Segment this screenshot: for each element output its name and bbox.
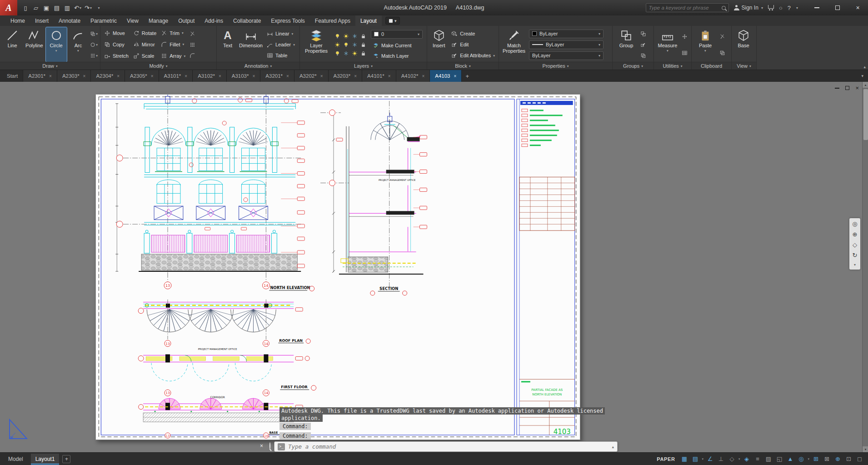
file-tab-a3101[interactable]: A3101*× bbox=[159, 70, 193, 82]
linear-button[interactable]: Linear▾ bbox=[265, 30, 297, 37]
polyline-button[interactable]: Polyline bbox=[24, 27, 45, 62]
model-tab[interactable]: Model bbox=[4, 454, 28, 465]
file-tab-a2303[interactable]: A2303*× bbox=[57, 70, 91, 82]
new-file-button[interactable]: ▯ bbox=[21, 3, 30, 13]
layer-merge-icon[interactable] bbox=[360, 50, 366, 56]
ungroup-button[interactable] bbox=[639, 30, 647, 37]
layer-unisolate-icon[interactable] bbox=[343, 42, 349, 48]
layer-dropdown[interactable]: 0▾ bbox=[371, 30, 423, 39]
command-search-icon[interactable] bbox=[269, 442, 270, 450]
full-navigation-wheel-icon[interactable]: ◎ bbox=[852, 221, 857, 227]
close-tab-icon[interactable]: × bbox=[151, 74, 154, 79]
fillet-button[interactable]: Fillet▾ bbox=[159, 39, 187, 50]
base-button[interactable]: Base bbox=[733, 27, 753, 62]
text-button[interactable]: AText bbox=[219, 27, 237, 62]
close-tab-icon[interactable]: × bbox=[422, 74, 424, 79]
sign-in-button[interactable]: Sign In ▾ bbox=[734, 5, 763, 11]
doc-close-icon[interactable]: × bbox=[855, 85, 859, 91]
layout1-tab[interactable]: Layout1 bbox=[31, 454, 60, 465]
stretch-button[interactable]: Stretch bbox=[102, 50, 130, 62]
ribbon-collapse-icon[interactable]: ▴ bbox=[863, 65, 866, 69]
close-tab-icon[interactable]: × bbox=[117, 74, 120, 79]
panel-view-label[interactable]: View▾ bbox=[732, 62, 756, 70]
panel-block-label[interactable]: Block▾ bbox=[427, 62, 499, 70]
grid-display-icon[interactable]: ▦ bbox=[679, 455, 689, 464]
file-tab-start[interactable]: Start bbox=[2, 70, 23, 82]
command-expand-icon[interactable]: ▴ bbox=[612, 445, 614, 449]
copy-button[interactable]: Copy bbox=[102, 39, 130, 50]
erase-button[interactable] bbox=[189, 30, 196, 37]
qat-customize-button[interactable]: ▾ bbox=[94, 3, 103, 13]
file-tab-a4102[interactable]: A4102*× bbox=[396, 70, 430, 82]
linetype-dropdown[interactable]: ByLayer▾ bbox=[529, 51, 604, 60]
autodesk-account-icon[interactable]: ○ bbox=[779, 5, 783, 11]
isometric-drafting-icon[interactable]: ◇ bbox=[727, 455, 737, 464]
new-layout-button[interactable]: + bbox=[62, 455, 70, 463]
panel-clipboard-label[interactable]: Clipboard bbox=[692, 62, 731, 70]
close-button[interactable]: × bbox=[848, 0, 868, 15]
panel-annotation-label[interactable]: Annotation▾ bbox=[217, 62, 299, 70]
trim-button[interactable]: Trim▾ bbox=[159, 27, 187, 39]
scroll-down-icon[interactable]: ▾ bbox=[863, 446, 868, 452]
help-search-input[interactable] bbox=[649, 5, 719, 10]
file-tab-a2304[interactable]: A2304*× bbox=[91, 70, 125, 82]
file-tab-a2305[interactable]: A2305*× bbox=[125, 70, 159, 82]
make-current-button[interactable]: Make Current bbox=[371, 42, 423, 49]
orbit-icon[interactable]: ↻ bbox=[853, 252, 858, 258]
close-tab-icon[interactable]: × bbox=[286, 74, 289, 79]
new-drawing-tab-button[interactable]: + bbox=[462, 70, 473, 82]
close-tab-icon[interactable]: × bbox=[83, 74, 86, 79]
panel-properties-label[interactable]: Properties▾ bbox=[499, 62, 612, 70]
table-button[interactable]: Table bbox=[265, 52, 297, 59]
leader-button[interactable]: Leader▾ bbox=[265, 41, 297, 48]
lock-ui-icon[interactable]: ⊠ bbox=[822, 455, 832, 464]
polar-tracking-icon[interactable]: ∠ bbox=[705, 455, 715, 464]
layer-vpfreeze-icon[interactable] bbox=[343, 50, 349, 56]
minimize-button[interactable] bbox=[807, 0, 827, 15]
layer-properties-button[interactable]: Layer Properties bbox=[302, 27, 331, 62]
file-tab-a3201[interactable]: A3201*× bbox=[260, 70, 294, 82]
redo-button[interactable]: ↷▾ bbox=[84, 3, 93, 13]
undo-button[interactable]: ↶▾ bbox=[73, 3, 82, 13]
match-properties-button[interactable]: Match Properties bbox=[501, 27, 527, 62]
file-tab-a2301[interactable]: A2301*× bbox=[23, 70, 57, 82]
annotation-scale-icon[interactable]: ◎ bbox=[796, 455, 806, 464]
move-button[interactable]: Move bbox=[102, 27, 130, 39]
paste-button[interactable]: Paste▾ bbox=[693, 27, 717, 62]
close-tab-icon[interactable]: × bbox=[219, 74, 221, 79]
arc-button[interactable]: Arc▾ bbox=[68, 27, 89, 62]
close-tab-icon[interactable]: × bbox=[253, 74, 255, 79]
layer-thaw-icon[interactable] bbox=[343, 33, 349, 39]
caret-down-icon[interactable]: ▾ bbox=[702, 457, 703, 461]
clean-screen-icon[interactable]: ◻ bbox=[855, 455, 864, 464]
snap-mode-icon[interactable]: ▤ bbox=[690, 455, 700, 464]
file-tab-a3203[interactable]: A3203*× bbox=[329, 70, 363, 82]
panel-utilities-label[interactable]: Utilities▾ bbox=[654, 62, 691, 70]
close-tab-icon[interactable]: × bbox=[354, 74, 357, 79]
autocad-logo-button[interactable]: A bbox=[0, 0, 17, 15]
tab-collaborate[interactable]: Collaborate bbox=[228, 15, 266, 26]
group-edit-button[interactable] bbox=[639, 41, 647, 48]
copy-clip-button[interactable] bbox=[718, 49, 726, 56]
measure-button[interactable]: Measure▾ bbox=[656, 27, 679, 62]
edit-attributes-button[interactable]: Edit Attributes▾ bbox=[449, 52, 497, 59]
layer-isolate-icon[interactable] bbox=[334, 42, 340, 48]
app-store-cart-icon[interactable] bbox=[768, 5, 774, 9]
tab-add-ins[interactable]: Add-ins bbox=[200, 15, 228, 26]
vertical-scrollbar[interactable]: ▴ ▾ bbox=[862, 82, 868, 452]
cut-button[interactable] bbox=[718, 33, 726, 40]
hatch-tool-button[interactable]: ▾ bbox=[90, 52, 98, 59]
array-button[interactable]: Array▾ bbox=[159, 50, 187, 62]
doc-restore-icon[interactable] bbox=[845, 86, 849, 90]
selection-cycling-icon[interactable]: ◱ bbox=[774, 455, 784, 464]
rectangle-tool-button[interactable]: ▾ bbox=[90, 30, 98, 37]
dynamic-input-icon[interactable]: ⊞ bbox=[811, 455, 821, 464]
caret-down-icon[interactable]: ▾ bbox=[738, 457, 740, 461]
group-button[interactable]: Group bbox=[614, 27, 638, 62]
rotate-button[interactable]: Rotate bbox=[131, 27, 158, 39]
lineweight-dropdown[interactable]: ByLayer▾ bbox=[529, 40, 604, 49]
scroll-up-icon[interactable]: ▴ bbox=[863, 82, 868, 88]
quick-calc-button[interactable] bbox=[681, 49, 688, 56]
save-as-button[interactable]: ▤ bbox=[52, 3, 61, 13]
tab-parametric[interactable]: Parametric bbox=[85, 15, 122, 26]
